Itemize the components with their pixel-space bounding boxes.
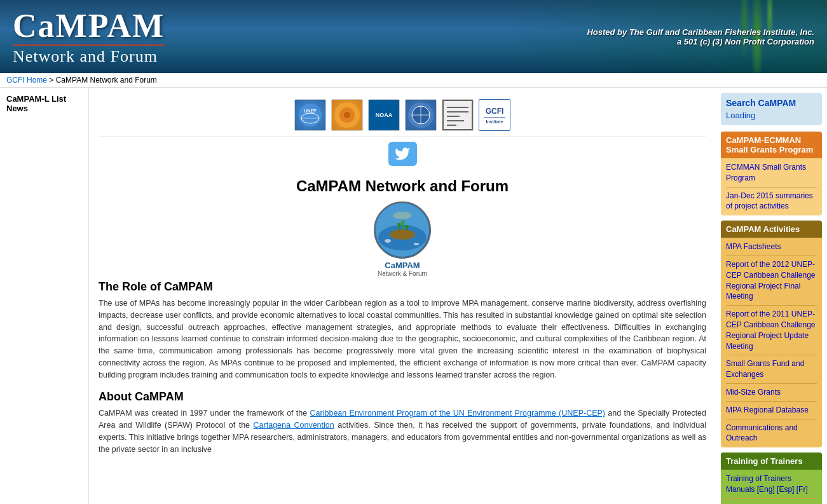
- logo-partner-4: [405, 99, 437, 131]
- about-heading: About CaMPAM: [99, 390, 706, 404]
- center-content: UNEP NOAA: [89, 88, 716, 504]
- about-link-1[interactable]: Caribbean Environment Program of the UN …: [310, 409, 605, 418]
- svg-text:UNEP: UNEP: [304, 109, 317, 113]
- tot-link-1[interactable]: Training of Trainers Manuals [Eng] [Esp]…: [726, 472, 817, 496]
- tot-link-2[interactable]: 2015 Course Report (CaMPAM/BIOPAMA) [pdf…: [726, 501, 817, 504]
- tot-header: Training of Trainers: [721, 453, 822, 470]
- about-link-2[interactable]: Cartagena Convention: [254, 421, 334, 430]
- campam-logo-text: CaMPAM: [385, 261, 420, 270]
- activities-link-5[interactable]: Mid-Size Grants: [726, 386, 817, 399]
- search-loading: Loading: [726, 111, 817, 120]
- svg-text:Institute: Institute: [486, 119, 503, 124]
- breadcrumb-separator: >: [49, 76, 55, 85]
- left-sidebar: CaMPAM-L List News: [0, 88, 89, 504]
- ecmman-panel: CaMPAM-ECMMAN Small Grants Program ECMMA…: [721, 132, 822, 215]
- ecmman-header: CaMPAM-ECMMAN Small Grants Program: [721, 132, 822, 158]
- campam-logo-subtext: Network & Forum: [378, 270, 427, 277]
- tot-panel: Training of Trainers Training of Trainer…: [721, 453, 822, 504]
- breadcrumb: GCFI Home > CaMPAM Network and Forum: [0, 73, 827, 88]
- activities-link-6[interactable]: MPA Regional Database: [726, 404, 817, 417]
- partner-logos: UNEP NOAA: [99, 94, 706, 137]
- logo-partner-5: [442, 99, 474, 131]
- right-sidebar: Search CaMPAM Loading CaMPAM-ECMMAN Smal…: [716, 88, 827, 504]
- hosted-line1: Hosted by The Gulf and Caribbean Fisheri…: [587, 27, 814, 37]
- ecmman-link-2[interactable]: Jan-Dec 2015 summaries of project activi…: [726, 189, 817, 214]
- activities-header: CaMPAM Activities: [721, 221, 822, 238]
- role-section: The Role of CaMPAM The use of MPAs has b…: [99, 280, 706, 381]
- logo-unep: UNEP: [294, 99, 326, 131]
- ecmman-link-1[interactable]: ECMMAN Small Grants Program: [726, 161, 817, 185]
- activities-link-2[interactable]: Report of the 2012 UNEP-CEP Caribbean Ch…: [726, 258, 817, 303]
- breadcrumb-current: CaMPAM Network and Forum: [56, 76, 157, 85]
- about-section: About CaMPAM CaMPAM was created in 1997 …: [99, 390, 706, 455]
- role-heading: The Role of CaMPAM: [99, 280, 706, 294]
- search-campam-link[interactable]: Search CaMPAM: [726, 98, 796, 108]
- header-subtitle: Network and Forum: [13, 44, 165, 66]
- activities-panel: CaMPAM Activities MPA Factsheets Report …: [721, 221, 822, 447]
- logo-partner-2: [331, 99, 363, 131]
- activities-body: MPA Factsheets Report of the 2012 UNEP-C…: [721, 238, 822, 447]
- page-title: CaMPAM Network and Forum: [99, 171, 706, 198]
- hosted-line2: a 501 (c) (3) Non Profit Corporation: [677, 37, 814, 46]
- left-sidebar-title: CaMPAM-L List News: [6, 94, 82, 113]
- campam-logo-section: CaMPAM Network & Forum: [99, 198, 706, 280]
- about-text-1: CaMPAM was created in 1997 under the fra…: [99, 409, 310, 418]
- svg-point-30: [414, 243, 419, 245]
- header-title: CaMPAM: [13, 7, 165, 44]
- tot-body: Training of Trainers Manuals [Eng] [Esp]…: [721, 470, 822, 504]
- svg-text:NOAA: NOAA: [376, 112, 393, 118]
- activities-link-1[interactable]: MPA Factsheets: [726, 240, 817, 254]
- svg-text:GCFI: GCFI: [486, 107, 504, 116]
- twitter-section: [99, 137, 706, 171]
- svg-point-6: [344, 112, 350, 118]
- site-logo: CaMPAM Network and Forum: [0, 1, 177, 72]
- breadcrumb-home[interactable]: GCFI Home: [6, 76, 47, 85]
- role-text: The use of MPAs has become increasingly …: [99, 297, 706, 381]
- campam-logo-circle: [374, 201, 431, 259]
- main-layout: CaMPAM-L List News UNEP: [0, 88, 827, 504]
- activities-link-4[interactable]: Small Grants Fund and Exchanges: [726, 357, 817, 381]
- search-box: Search CaMPAM Loading: [721, 93, 822, 125]
- logo-gcfi: GCFI Institute: [479, 99, 510, 131]
- svg-point-31: [393, 212, 412, 219]
- about-text: CaMPAM was created in 1997 under the fra…: [99, 407, 706, 455]
- svg-point-25: [390, 229, 415, 240]
- twitter-button[interactable]: [388, 142, 417, 166]
- activities-link-3[interactable]: Report of the 2011 UNEP-CEP Caribbean Ch…: [726, 308, 817, 353]
- svg-point-29: [385, 239, 391, 243]
- ecmman-body: ECMMAN Small Grants Program Jan-Dec 2015…: [721, 158, 822, 215]
- site-header: CaMPAM Network and Forum Hosted by The G…: [0, 0, 827, 73]
- hosted-info: Hosted by The Gulf and Caribbean Fisheri…: [587, 27, 827, 46]
- activities-link-7[interactable]: Communications and Outreach: [726, 421, 817, 446]
- logo-noaa: NOAA: [368, 99, 400, 131]
